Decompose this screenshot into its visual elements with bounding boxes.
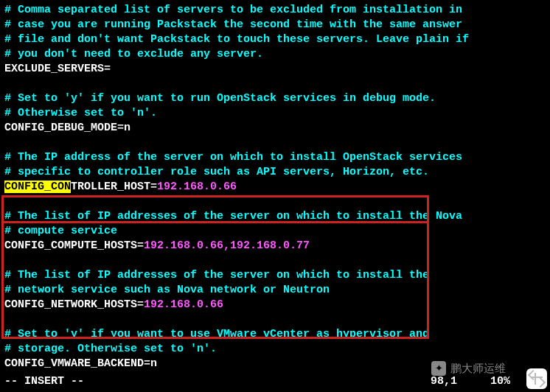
- vim-mode-indicator: -- INSERT --: [4, 374, 84, 389]
- vim-status-bar: -- INSERT -- 98,1 10%: [4, 374, 546, 389]
- comment-line: # case you are running Packstack the sec…: [4, 18, 462, 31]
- comment-line: # The IP address of the server on which …: [4, 151, 462, 164]
- overlay-icon: [526, 368, 547, 389]
- comment-line: # Set to 'y' if you want to use VMware v…: [4, 328, 429, 340]
- watermark: ✦ 鹏大师运维: [431, 361, 506, 376]
- config-key-vmware-backend: CONFIG_VMWARE_BACKEND=: [4, 357, 150, 370]
- vim-file-percent: 10%: [490, 374, 510, 389]
- vim-cursor-position: 98,1: [431, 374, 457, 389]
- watermark-text: 鹏大师运维: [450, 361, 506, 376]
- comment-line: # specific to controller role such as AP…: [4, 166, 429, 178]
- comment-line: # storage. Otherwise set to 'n'.: [4, 343, 217, 355]
- config-value-vmware-backend: n: [150, 357, 157, 370]
- config-value-controller-host: 192.168.0.66: [157, 181, 237, 193]
- comment-line: # network service such as Nova network o…: [4, 284, 330, 296]
- config-key-debug-mode: CONFIG_DEBUG_MODE=: [4, 122, 124, 134]
- comment-line: # The list of IP addresses of the server…: [4, 210, 462, 223]
- comment-line: # you don't need to exclude any server.: [4, 48, 263, 60]
- config-key-compute-hosts: CONFIG_COMPUTE_HOSTS=: [4, 239, 144, 252]
- config-value-debug-mode: n: [124, 122, 130, 134]
- terminal-editor[interactable]: # Comma separated list of servers to be …: [4, 3, 546, 371]
- config-key-exclude-servers: EXCLUDE_SERVERS=: [4, 63, 111, 75]
- comment-line: # Set to 'y' if you want to run OpenStac…: [4, 92, 436, 105]
- config-key-controller-host: TROLLER_HOST=: [71, 181, 157, 193]
- comment-line: # compute service: [4, 225, 117, 237]
- wechat-icon: ✦: [431, 361, 446, 376]
- comment-line: # file and don't want Packstack to touch…: [4, 33, 469, 46]
- config-key-network-hosts: CONFIG_NETWORK_HOSTS=: [4, 298, 144, 311]
- comment-line: # Comma separated list of servers to be …: [4, 4, 462, 16]
- search-highlight: CONFIG_CON: [4, 181, 71, 193]
- comment-line: # The list of IP addresses of the server…: [4, 269, 429, 281]
- comment-line: # Otherwise set to 'n'.: [4, 107, 157, 119]
- config-value-compute-hosts: 192.168.0.66,192.168.0.77: [144, 239, 310, 252]
- config-value-network-hosts: 192.168.0.66: [144, 298, 223, 311]
